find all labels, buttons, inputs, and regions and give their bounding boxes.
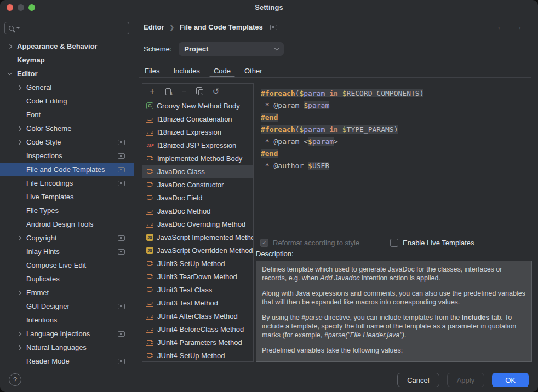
enable-live-templates-checkbox[interactable]	[390, 239, 398, 247]
cancel-button[interactable]: Cancel	[397, 373, 439, 387]
settings-search-field[interactable]	[4, 22, 129, 34]
sidebar-item-reader-mode[interactable]: Reader Mode	[0, 354, 134, 368]
chevron-right-icon[interactable]	[16, 86, 26, 89]
chevron-right-icon[interactable]	[16, 141, 26, 144]
reset-template-icon[interactable]: ↺	[211, 87, 220, 96]
sidebar-item-label: Live Templates	[26, 193, 73, 201]
search-options-chevron-icon[interactable]	[16, 27, 20, 29]
sidebar-item-label: Compose Live Edit	[26, 261, 86, 269]
java-file-icon	[146, 128, 154, 136]
sidebar-item-gui-designer[interactable]: GUI Designer	[0, 299, 134, 313]
description-paragraph: By using the #parse directive, you can i…	[262, 313, 526, 339]
template-item[interactable]: Implemented Method Body	[142, 152, 253, 165]
chevron-right-icon[interactable]	[16, 291, 26, 295]
chevron-right-icon[interactable]	[16, 346, 26, 349]
template-item[interactable]: JavaDoc Class	[142, 165, 253, 178]
sidebar-item-duplicates[interactable]: Duplicates	[0, 272, 134, 286]
settings-tree: Appearance & BehaviorKeymapEditorGeneral…	[0, 39, 134, 368]
chevron-right-icon[interactable]	[7, 45, 17, 48]
reformat-option: ✓ Reformat according to style	[260, 239, 359, 247]
template-item[interactable]: JUnit3 TearDown Method	[142, 270, 253, 283]
template-item[interactable]: GGroovy New Method Body	[142, 99, 253, 112]
sidebar-item-label: Natural Languages	[26, 343, 87, 351]
template-item[interactable]: JUnit4 Parameters Method	[142, 336, 253, 349]
template-item[interactable]: JUnit4 BeforeClass Method	[142, 322, 253, 336]
project-level-indicator-icon	[118, 181, 125, 186]
template-item[interactable]: JavaDoc Constructor	[142, 178, 253, 191]
template-item[interactable]: JUnit3 Test Method	[142, 296, 253, 309]
sidebar-item-live-templates[interactable]: Live Templates	[0, 190, 134, 204]
sidebar-item-code-editing[interactable]: Code Editing	[0, 94, 134, 108]
template-item[interactable]: JSJavaScript Implemented Method	[142, 230, 253, 244]
code-line: #end	[261, 148, 527, 160]
sidebar-item-file-and-code-templates[interactable]: File and Code Templates	[0, 163, 134, 176]
sidebar-item-label: File and Code Templates	[26, 165, 105, 174]
reformat-checkbox[interactable]: ✓	[260, 239, 268, 247]
template-item[interactable]: JavaDoc Overriding Method	[142, 217, 253, 230]
template-item[interactable]: JUnit3 Test Class	[142, 283, 253, 296]
template-item[interactable]: I18nized Expression	[142, 125, 253, 139]
forward-button[interactable]: →	[514, 22, 523, 31]
breadcrumb-editor[interactable]: Editor	[144, 23, 164, 31]
tab-includes[interactable]: Includes	[168, 64, 204, 77]
template-item-label: JUnit4 AfterClass Method	[157, 312, 238, 320]
tab-files[interactable]: Files	[140, 64, 164, 77]
template-item[interactable]: I18nized Concatenation	[142, 112, 253, 125]
chevron-right-icon[interactable]	[16, 127, 26, 130]
search-icon	[9, 26, 14, 31]
project-level-indicator-icon	[118, 359, 125, 364]
sidebar-item-file-types[interactable]: File Types	[0, 204, 134, 217]
sidebar-item-compose-live-edit[interactable]: Compose Live Edit	[0, 258, 134, 272]
add-template-icon[interactable]: +	[148, 87, 157, 96]
sidebar-item-file-encodings[interactable]: File Encodings	[0, 176, 134, 190]
remove-template-icon[interactable]: −	[180, 87, 188, 96]
apply-button[interactable]: Apply	[447, 373, 485, 387]
sidebar-item-keymap[interactable]: Keymap	[0, 53, 134, 67]
sidebar-item-editor[interactable]: Editor	[0, 67, 134, 80]
description-paragraph: Defines template which used to generate …	[262, 265, 526, 283]
breadcrumb-file-and-code-templates[interactable]: File and Code Templates	[180, 23, 263, 31]
java-file-icon	[146, 168, 154, 175]
template-item[interactable]: JavaDoc Method	[142, 204, 253, 217]
chevron-right-icon[interactable]	[16, 332, 26, 336]
sidebar-item-font[interactable]: Font	[0, 108, 134, 122]
sidebar-item-intentions[interactable]: Intentions	[0, 313, 134, 327]
sidebar-item-emmet[interactable]: Emmet	[0, 286, 134, 299]
template-item[interactable]: JSPI18nized JSP Expression	[142, 139, 253, 152]
sidebar-item-natural-languages[interactable]: Natural Languages	[0, 341, 134, 354]
template-editor[interactable]: #foreach($param in $RECORD_COMPONENTS) *…	[256, 85, 532, 235]
help-button[interactable]: ?	[9, 373, 21, 386]
template-item-label: Groovy New Method Body	[157, 102, 240, 110]
sidebar-item-general[interactable]: General	[0, 80, 134, 94]
search-input[interactable]	[20, 24, 129, 32]
tab-code[interactable]: Code	[209, 64, 236, 77]
template-item[interactable]: JUnit4 SetUp Method	[142, 349, 253, 362]
sidebar-item-color-scheme[interactable]: Color Scheme	[0, 122, 134, 135]
sidebar-item-label: Font	[26, 111, 41, 119]
back-button[interactable]: ←	[496, 22, 505, 31]
sidebar-item-label: Inlay Hints	[26, 247, 60, 256]
chevron-right-icon[interactable]	[16, 237, 26, 240]
template-item[interactable]: JSJavaScript Overridden Method	[142, 244, 253, 257]
scheme-select[interactable]: Project	[179, 42, 284, 56]
template-item[interactable]: JUnit3 SetUp Method	[142, 257, 253, 270]
duplicate-template-icon[interactable]	[196, 87, 204, 96]
sidebar-item-label: Android Design Tools	[26, 220, 94, 228]
template-item[interactable]: JUnit4 AfterClass Method	[142, 309, 253, 322]
settings-dialog: Settings Appearance & BehaviorKeymapEdit…	[0, 0, 538, 392]
window-title: Settings	[0, 3, 538, 11]
code-line: #foreach($param in $RECORD_COMPONENTS)	[261, 88, 527, 100]
create-template-icon[interactable]	[164, 87, 173, 96]
ok-button[interactable]: OK	[492, 373, 529, 387]
sidebar-item-code-style[interactable]: Code Style	[0, 135, 134, 149]
sidebar-item-copyright[interactable]: Copyright	[0, 231, 134, 245]
chevron-down-icon[interactable]	[7, 73, 17, 74]
template-item-label: JUnit4 Parameters Method	[157, 338, 242, 347]
sidebar-item-language-injections[interactable]: Language Injections	[0, 327, 134, 341]
sidebar-item-android-design-tools[interactable]: Android Design Tools	[0, 217, 134, 231]
sidebar-item-inlay-hints[interactable]: Inlay Hints	[0, 245, 134, 258]
sidebar-item-appearance-behavior[interactable]: Appearance & Behavior	[0, 39, 134, 53]
tab-other[interactable]: Other	[239, 64, 267, 77]
template-item[interactable]: JavaDoc Field	[142, 191, 253, 204]
sidebar-item-inspections[interactable]: Inspections	[0, 149, 134, 163]
